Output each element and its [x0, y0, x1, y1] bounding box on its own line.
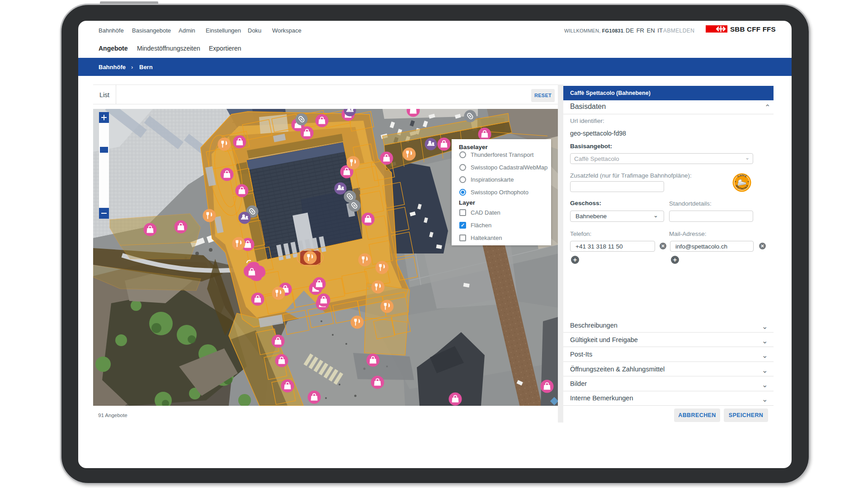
svg-text:SBB CFF FFS: SBB CFF FFS: [730, 25, 776, 33]
